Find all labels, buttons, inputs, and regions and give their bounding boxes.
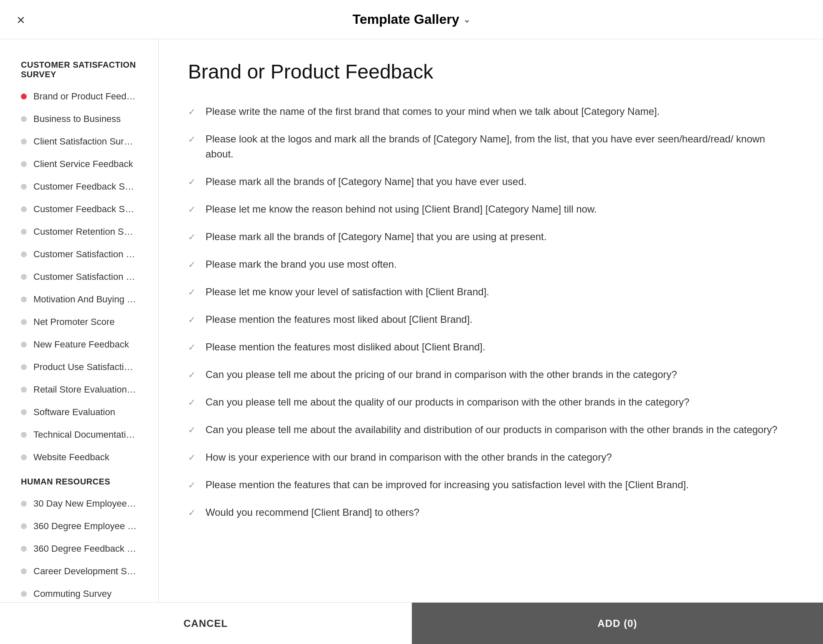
sidebar-item-customer-feedback-survey[interactable]: Customer Feedback Survey — [0, 175, 158, 198]
question-text: Can you please tell me about the quality… — [206, 395, 689, 410]
inactive-dot-icon — [21, 591, 27, 597]
check-icon: ✓ — [188, 132, 196, 146]
question-item-9: ✓Please mention the features most dislik… — [188, 340, 794, 355]
inactive-dot-icon — [21, 546, 27, 552]
sidebar-category-customer-satisfaction: CUSTOMER SATISFACTION SURVEY — [0, 52, 158, 85]
check-icon: ✓ — [188, 423, 196, 437]
question-item-4: ✓Please let me know the reason behind no… — [188, 202, 794, 217]
sidebar-item-brand-product-feedback[interactable]: Brand or Product Feedback — [0, 85, 158, 108]
sidebar-item-label: Motivation And Buying Experie... — [33, 294, 137, 305]
sidebar-item-retail-store-evaluation[interactable]: Retail Store Evaluation Survey — [0, 378, 158, 401]
content-title: Brand or Product Feedback — [188, 60, 794, 83]
sidebar-item-client-satisfaction-b2b[interactable]: Client Satisfaction Survey - B2B — [0, 130, 158, 153]
question-item-3: ✓Please mark all the brands of [Category… — [188, 174, 794, 189]
sidebar-item-label: Customer Satisfaction Survey ... — [33, 249, 137, 260]
sidebar-item-label: Technical Documentation Satis... — [33, 429, 137, 440]
question-item-6: ✓Please mark the brand you use most ofte… — [188, 257, 794, 272]
question-text: Please look at the logos and mark all th… — [206, 132, 794, 162]
inactive-dot-icon — [21, 387, 27, 393]
sidebar-item-label: Client Satisfaction Survey - B2B — [33, 136, 137, 147]
sidebar-item-label: Retail Store Evaluation Survey — [33, 384, 137, 395]
sidebar-item-label: Software Evaluation — [33, 407, 115, 418]
sidebar-item-software-evaluation[interactable]: Software Evaluation — [0, 401, 158, 423]
header-title: Template Gallery ⌄ — [353, 12, 471, 27]
question-item-10: ✓Can you please tell me about the pricin… — [188, 367, 794, 382]
inactive-dot-icon — [21, 432, 27, 438]
inactive-dot-icon — [21, 297, 27, 302]
check-icon: ✓ — [188, 175, 196, 189]
sidebar-item-business-to-business[interactable]: Business to Business — [0, 108, 158, 130]
sidebar-item-customer-feedback-survey-2[interactable]: Customer Feedback Survey 2 — [0, 198, 158, 221]
sidebar-item-net-promoter-score[interactable]: Net Promoter Score — [0, 311, 158, 333]
question-item-13: ✓How is your experience with our brand i… — [188, 450, 794, 465]
question-text: Please mark the brand you use most often… — [206, 257, 397, 272]
sidebar-item-label: Commuting Survey — [33, 588, 112, 599]
question-text: Please mention the features most dislike… — [206, 340, 485, 355]
inactive-dot-icon — [21, 342, 27, 347]
question-text: Can you please tell me about the pricing… — [206, 367, 677, 382]
sidebar-item-label: Client Service Feedback — [33, 159, 133, 170]
sidebar-item-label: 360 Degree Employee Evaluation — [33, 521, 137, 532]
sidebar-item-customer-satisfaction-1[interactable]: Customer Satisfaction Survey ... — [0, 243, 158, 266]
active-dot-icon — [21, 94, 27, 99]
check-icon: ✓ — [188, 258, 196, 271]
check-icon: ✓ — [188, 340, 196, 354]
question-text: Please mention the features most liked a… — [206, 312, 472, 327]
sidebar-item-customer-retention-survey[interactable]: Customer Retention Survey — [0, 221, 158, 243]
sidebar-item-client-service-feedback[interactable]: Client Service Feedback — [0, 153, 158, 175]
sidebar-item-label: Customer Feedback Survey — [33, 181, 137, 192]
sidebar-item-label: Product Use Satisfaction Survey — [33, 362, 137, 373]
main-content: CUSTOMER SATISFACTION SURVEYBrand or Pro… — [0, 39, 823, 602]
inactive-dot-icon — [21, 568, 27, 574]
check-icon: ✓ — [188, 230, 196, 244]
question-text: How is your experience with our brand in… — [206, 450, 612, 465]
header: × Template Gallery ⌄ — [0, 0, 823, 39]
check-icon: ✓ — [188, 396, 196, 409]
sidebar-item-label: 360 Degree Feedback Survey — [33, 543, 137, 554]
sidebar-item-label: New Feature Feedback — [33, 339, 129, 350]
sidebar-item-label: Customer Retention Survey — [33, 226, 137, 237]
add-button[interactable]: ADD (0) — [412, 603, 823, 644]
inactive-dot-icon — [21, 139, 27, 145]
inactive-dot-icon — [21, 251, 27, 257]
sidebar-item-360-degree-feedback[interactable]: 360 Degree Feedback Survey — [0, 538, 158, 560]
question-text: Would you recommend [Client Brand] to ot… — [206, 505, 419, 520]
inactive-dot-icon — [21, 184, 27, 190]
sidebar-item-label: Career Development Survey — [33, 566, 137, 577]
inactive-dot-icon — [21, 206, 27, 212]
check-icon: ✓ — [188, 451, 196, 464]
question-item-7: ✓Please let me know your level of satisf… — [188, 284, 794, 299]
question-text: Can you please tell me about the availab… — [206, 422, 777, 437]
question-item-1: ✓Please write the name of the first bran… — [188, 104, 794, 119]
sidebar-item-customer-satisfaction-2[interactable]: Customer Satisfaction Survey ... — [0, 266, 158, 288]
check-icon: ✓ — [188, 478, 196, 492]
sidebar-item-label: Customer Satisfaction Survey ... — [33, 271, 137, 282]
cancel-button[interactable]: CANCEL — [0, 603, 412, 644]
question-item-12: ✓Can you please tell me about the availa… — [188, 422, 794, 437]
sidebar-item-label: Customer Feedback Survey 2 — [33, 204, 137, 215]
inactive-dot-icon — [21, 454, 27, 460]
inactive-dot-icon — [21, 319, 27, 325]
close-button[interactable]: × — [17, 13, 25, 27]
content-area: Brand or Product Feedback ✓Please write … — [159, 39, 823, 602]
inactive-dot-icon — [21, 523, 27, 529]
check-icon: ✓ — [188, 105, 196, 119]
inactive-dot-icon — [21, 409, 27, 415]
sidebar-item-30-day-employee[interactable]: 30 Day New Employee Satisfa... — [0, 492, 158, 515]
sidebar-item-commuting-survey[interactable]: Commuting Survey — [0, 583, 158, 602]
question-item-5: ✓Please mark all the brands of [Category… — [188, 229, 794, 244]
sidebar-item-new-feature-feedback[interactable]: New Feature Feedback — [0, 333, 158, 356]
question-text: Please let me know the reason behind not… — [206, 202, 597, 217]
sidebar-item-360-degree-employee[interactable]: 360 Degree Employee Evaluation — [0, 515, 158, 538]
inactive-dot-icon — [21, 501, 27, 507]
sidebar-item-label: 30 Day New Employee Satisfa... — [33, 498, 137, 509]
sidebar-item-technical-documentation[interactable]: Technical Documentation Satis... — [0, 423, 158, 446]
sidebar-item-motivation-buying[interactable]: Motivation And Buying Experie... — [0, 288, 158, 311]
check-icon: ✓ — [188, 368, 196, 382]
sidebar-item-product-use-satisfaction[interactable]: Product Use Satisfaction Survey — [0, 356, 158, 378]
question-list: ✓Please write the name of the first bran… — [188, 104, 794, 520]
question-item-8: ✓Please mention the features most liked … — [188, 312, 794, 327]
sidebar-item-website-feedback[interactable]: Website Feedback — [0, 446, 158, 469]
sidebar-item-career-development[interactable]: Career Development Survey — [0, 560, 158, 583]
sidebar-item-label: Net Promoter Score — [33, 317, 114, 327]
